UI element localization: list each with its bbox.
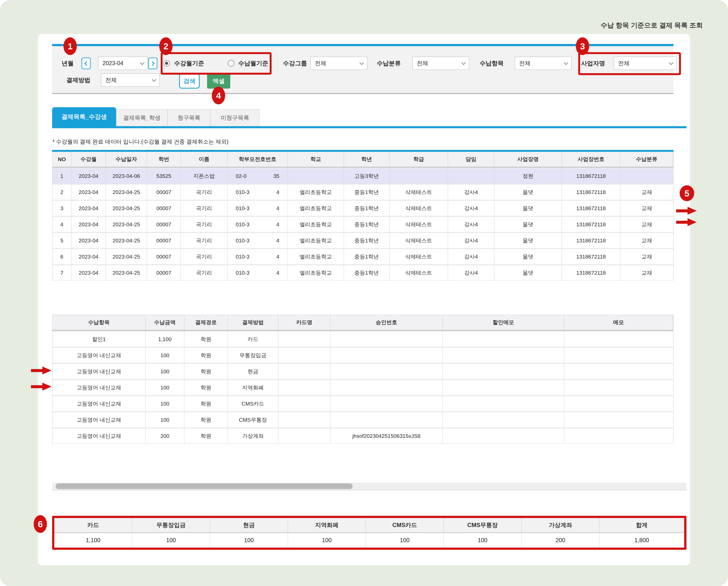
summary-header-cell: CMS카드: [366, 518, 444, 533]
table-top-accent: [52, 150, 674, 152]
cell-course-month: 2023-04: [72, 232, 106, 248]
payments-table-row[interactable]: 할인1 1,100 학원 카드: [52, 331, 673, 347]
cell-course-month: 2023-04: [72, 168, 106, 184]
cell-course-month: 2023-04: [72, 216, 106, 232]
cell-school: 엘리초등학교: [288, 216, 344, 232]
cell-method: 가상계좌: [228, 428, 278, 444]
cell-method: 카드: [228, 331, 278, 347]
summary-value-cell: 100: [288, 533, 366, 547]
cell-receipt-date: 2023-04-06: [106, 168, 147, 184]
payments-table-row[interactable]: 고등영어 내신교재 200 학원 가상계좌 jhsof2023042515063…: [52, 428, 673, 444]
cell-name: 곡기리: [181, 232, 228, 248]
tab-payments-by-course-student[interactable]: 결제목록_수강생: [52, 107, 116, 126]
cell-name: 곡기리: [181, 216, 228, 232]
cell-memo: [564, 331, 673, 347]
payment-method-select[interactable]: 전체: [101, 73, 160, 87]
payments-table-row[interactable]: 고등영어 내신교재 100 학원 현금: [52, 363, 673, 379]
cell-grade: 중등1학년: [344, 232, 390, 248]
payments-table-header-cell: 메모: [564, 315, 673, 331]
students-table-row[interactable]: 4 2023-04 2023-04-25 00007 곡기리 010-3 4: [52, 216, 673, 232]
highlight-arrow-icon: [31, 383, 52, 391]
students-table-row[interactable]: 3 2023-04 2023-04-25 00007 곡기리 010-3 4: [52, 200, 673, 216]
horizontal-scrollbar-thumb[interactable]: [56, 483, 353, 489]
students-table-header-cell: 수납일자: [106, 152, 147, 168]
receipt-item-select[interactable]: 전체: [515, 57, 572, 70]
cell-student-id: 00007: [147, 232, 181, 248]
cell-receipt-class: [620, 168, 673, 184]
payments-table-header-cell: 할인메모: [443, 315, 564, 331]
page-background: 수납 항목 기준으로 결제 목록 조회 년월 2023-04 수강월기준 수납월…: [0, 0, 728, 586]
cell-class: 삭제테스트: [390, 265, 448, 281]
cell-course-month: 2023-04: [72, 248, 106, 265]
chevron-down-icon: [461, 60, 466, 65]
chevron-left-icon: [84, 61, 89, 66]
cell-discount-memo: [443, 428, 564, 444]
cell-teacher: 강사4: [448, 248, 494, 265]
cell-discount-memo: [443, 347, 564, 363]
cell-name: 곡기리: [181, 265, 228, 281]
next-month-button[interactable]: [148, 57, 157, 69]
cell-teacher: 강사4: [448, 216, 494, 232]
annotation-box-business-name: [578, 52, 681, 75]
horizontal-scrollbar[interactable]: [52, 483, 686, 490]
receipt-item-label: 수납항목: [479, 57, 504, 70]
cell-teacher: 강사4: [448, 232, 494, 248]
cell-teacher: 강사4: [448, 184, 494, 200]
cell-business-name: 올댓: [494, 265, 562, 281]
excel-button[interactable]: 엑셀: [207, 73, 230, 89]
students-table-header-cell: 이름: [181, 152, 228, 168]
receipt-class-select[interactable]: 전체: [412, 57, 469, 70]
cell-business-no: 1318672118: [562, 184, 620, 200]
cell-student-id: 00007: [147, 184, 181, 200]
cell-parent-phone: 010-3 4: [228, 216, 288, 232]
summary-header-cell: 합계: [600, 518, 684, 533]
cell-amount: 100: [146, 395, 184, 412]
payments-table-row[interactable]: 고등영어 내신교재 100 학원 CMS카드: [52, 395, 673, 412]
tab-billing-list[interactable]: 청구목록: [167, 109, 210, 126]
payment-method-label: 결제방법: [67, 73, 90, 87]
cell-no: 2: [52, 184, 72, 200]
students-table-header-cell: 학급: [390, 152, 448, 168]
cell-card-name: [278, 379, 331, 395]
cell-receipt-item: 고등영어 내신교재: [52, 428, 146, 444]
cell-amount: 100: [146, 412, 184, 428]
course-group-select[interactable]: 전체: [310, 57, 367, 70]
cell-card-name: [278, 395, 331, 412]
payments-table-row[interactable]: 고등영어 내신교재 100 학원 지역화폐: [52, 379, 673, 395]
cell-amount: 1,100: [146, 331, 184, 347]
students-table-row[interactable]: 7 2023-04 2023-04-25 00007 곡기리 010-3 4: [52, 265, 673, 281]
yearmonth-select[interactable]: 2023-04: [98, 57, 148, 70]
chevron-down-icon: [564, 60, 568, 65]
cell-memo: [564, 428, 673, 444]
cell-teacher: [448, 168, 494, 184]
cell-student-id: 00007: [147, 216, 181, 232]
cell-receipt-item: 고등영어 내신교재: [52, 363, 146, 379]
payments-table-row[interactable]: 고등영어 내신교재 100 학원 CMS무통장: [52, 412, 673, 428]
cell-student-id: 00007: [147, 200, 181, 216]
cell-parent-phone: 010-3 4: [228, 265, 288, 281]
students-table-row[interactable]: 6 2023-04 2023-04-25 00007 곡기리 010-3 4: [52, 248, 673, 265]
tab-payments-by-student[interactable]: 결제목록_학생: [116, 109, 167, 126]
cell-receipt-date: 2023-04-25: [106, 184, 147, 200]
notice-text: * 수강월의 결제 완료 데이터 입니다.(수강월 결제 건중 결제취소는 제외…: [52, 138, 229, 145]
cell-grade: 중등1학년: [344, 200, 390, 216]
course-group-label: 수강그룹: [283, 57, 307, 70]
cell-grade: 중등1학년: [344, 265, 390, 281]
cell-receipt-date: 2023-04-25: [106, 232, 147, 248]
students-table-row[interactable]: 1 2023-04 2023-04-06 53525 지폰스밥 02-0 35: [52, 168, 673, 184]
cell-receipt-item: 고등영어 내신교재: [52, 347, 146, 363]
cell-receipt-item: 고등영어 내신교재: [52, 395, 146, 412]
cell-receipt-item: 고등영어 내신교재: [52, 379, 146, 395]
chevron-down-icon: [140, 60, 145, 65]
cell-name: 곡기리: [181, 200, 228, 216]
students-table-row[interactable]: 2 2023-04 2023-04-25 00007 곡기리 010-3 4: [52, 184, 673, 200]
prev-month-button[interactable]: [81, 57, 91, 69]
search-button[interactable]: 검색: [179, 73, 200, 89]
students-table-header-cell: 수납분류: [620, 152, 673, 168]
tab-unbilled-list[interactable]: 미청구목록: [210, 109, 260, 126]
students-table-row[interactable]: 5 2023-04 2023-04-25 00007 곡기리 010-3 4: [52, 232, 673, 248]
summary-value-cell: 100: [210, 533, 288, 547]
cell-no: 7: [52, 265, 72, 281]
cell-card-name: [278, 331, 331, 347]
payments-table-row[interactable]: 고등영어 내신교재 100 학원 무통장입금: [52, 347, 673, 363]
